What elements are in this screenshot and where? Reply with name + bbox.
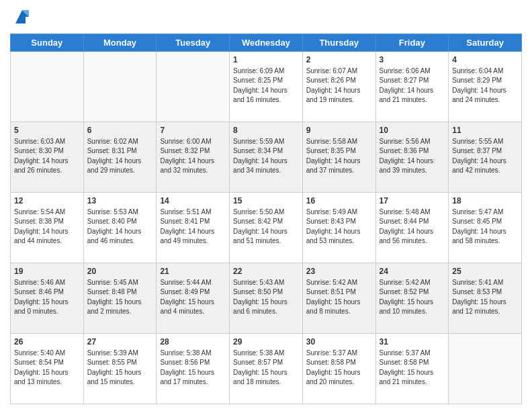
calendar-cell-3: 3Sunrise: 6:06 AM Sunset: 8:27 PM Daylig…: [375, 52, 449, 122]
day-number: 19: [14, 266, 80, 277]
calendar-cell-17: 17Sunrise: 5:48 AM Sunset: 8:44 PM Dayli…: [375, 193, 449, 263]
day-info: Sunrise: 5:58 AM Sunset: 8:35 PM Dayligh…: [306, 137, 372, 176]
day-number: 5: [14, 125, 80, 136]
day-number: 22: [233, 266, 299, 277]
day-number: 31: [380, 336, 445, 348]
weekday-header-thursday: Thursday: [302, 34, 375, 52]
calendar-cell-24: 24Sunrise: 5:42 AM Sunset: 8:52 PM Dayli…: [375, 263, 449, 334]
calendar-cell-25: 25Sunrise: 5:41 AM Sunset: 8:53 PM Dayli…: [449, 263, 522, 334]
day-number: 14: [160, 195, 226, 207]
day-info: Sunrise: 5:42 AM Sunset: 8:52 PM Dayligh…: [380, 278, 445, 317]
calendar-cell-empty: [449, 334, 522, 404]
calendar-cell-29: 29Sunrise: 5:38 AM Sunset: 8:57 PM Dayli…: [230, 334, 303, 404]
calendar-cell-4: 4Sunrise: 6:04 AM Sunset: 8:29 PM Daylig…: [449, 52, 522, 122]
day-number: 27: [87, 336, 153, 348]
day-number: 13: [87, 195, 153, 207]
day-info: Sunrise: 5:43 AM Sunset: 8:50 PM Dayligh…: [233, 278, 299, 317]
day-number: 25: [452, 266, 518, 277]
calendar-cell-9: 9Sunrise: 5:58 AM Sunset: 8:35 PM Daylig…: [302, 122, 375, 193]
day-info: Sunrise: 5:53 AM Sunset: 8:40 PM Dayligh…: [87, 208, 153, 246]
day-info: Sunrise: 5:49 AM Sunset: 8:43 PM Dayligh…: [306, 208, 372, 246]
calendar-cell-6: 6Sunrise: 6:02 AM Sunset: 8:31 PM Daylig…: [83, 122, 157, 193]
day-info: Sunrise: 5:50 AM Sunset: 8:42 PM Dayligh…: [233, 208, 299, 246]
calendar-cell-27: 27Sunrise: 5:39 AM Sunset: 8:55 PM Dayli…: [83, 334, 157, 404]
day-info: Sunrise: 5:42 AM Sunset: 8:51 PM Dayligh…: [306, 278, 372, 317]
day-info: Sunrise: 6:03 AM Sunset: 8:30 PM Dayligh…: [14, 137, 80, 176]
day-info: Sunrise: 5:38 AM Sunset: 8:56 PM Dayligh…: [160, 349, 226, 387]
calendar-cell-16: 16Sunrise: 5:49 AM Sunset: 8:43 PM Dayli…: [302, 193, 375, 263]
calendar-cell-14: 14Sunrise: 5:51 AM Sunset: 8:41 PM Dayli…: [157, 193, 230, 263]
day-number: 7: [160, 125, 226, 136]
weekday-header-friday: Friday: [375, 34, 449, 52]
day-number: 23: [306, 266, 372, 277]
weekday-header-monday: Monday: [83, 34, 157, 52]
calendar-cell-13: 13Sunrise: 5:53 AM Sunset: 8:40 PM Dayli…: [83, 193, 157, 263]
day-info: Sunrise: 6:00 AM Sunset: 8:32 PM Dayligh…: [160, 137, 226, 176]
calendar-cell-21: 21Sunrise: 5:44 AM Sunset: 8:49 PM Dayli…: [157, 263, 230, 334]
page: SundayMondayTuesdayWednesdayThursdayFrid…: [0, 0, 532, 411]
calendar-cell-23: 23Sunrise: 5:42 AM Sunset: 8:51 PM Dayli…: [302, 263, 375, 334]
calendar-table: SundayMondayTuesdayWednesdayThursdayFrid…: [10, 34, 522, 404]
day-number: 9: [306, 125, 372, 136]
day-number: 20: [87, 266, 153, 277]
day-info: Sunrise: 5:56 AM Sunset: 8:36 PM Dayligh…: [380, 137, 445, 176]
weekday-header-saturday: Saturday: [449, 34, 522, 52]
day-number: 4: [452, 54, 518, 66]
day-number: 18: [452, 195, 518, 207]
day-info: Sunrise: 6:04 AM Sunset: 8:29 PM Dayligh…: [452, 66, 518, 105]
day-number: 12: [14, 195, 80, 207]
day-info: Sunrise: 5:45 AM Sunset: 8:48 PM Dayligh…: [87, 278, 153, 317]
day-info: Sunrise: 5:37 AM Sunset: 8:58 PM Dayligh…: [380, 349, 445, 387]
day-info: Sunrise: 5:41 AM Sunset: 8:53 PM Dayligh…: [452, 278, 518, 317]
calendar-cell-19: 19Sunrise: 5:46 AM Sunset: 8:46 PM Dayli…: [11, 263, 84, 334]
day-number: 21: [160, 266, 226, 277]
day-info: Sunrise: 5:38 AM Sunset: 8:57 PM Dayligh…: [233, 349, 299, 387]
calendar-cell-18: 18Sunrise: 5:47 AM Sunset: 8:45 PM Dayli…: [449, 193, 522, 263]
day-number: 16: [306, 195, 372, 207]
day-info: Sunrise: 5:59 AM Sunset: 8:34 PM Dayligh…: [233, 137, 299, 176]
day-info: Sunrise: 5:54 AM Sunset: 8:38 PM Dayligh…: [14, 208, 80, 246]
weekday-header-tuesday: Tuesday: [157, 34, 230, 52]
day-number: 3: [380, 54, 445, 66]
day-number: 30: [306, 336, 372, 348]
calendar-cell-1: 1Sunrise: 6:09 AM Sunset: 8:25 PM Daylig…: [230, 52, 303, 122]
calendar-cell-10: 10Sunrise: 5:56 AM Sunset: 8:36 PM Dayli…: [375, 122, 449, 193]
calendar-cell-empty: [11, 52, 84, 122]
calendar-cell-20: 20Sunrise: 5:45 AM Sunset: 8:48 PM Dayli…: [83, 263, 157, 334]
day-info: Sunrise: 5:40 AM Sunset: 8:54 PM Dayligh…: [14, 349, 80, 387]
logo: [10, 7, 32, 30]
calendar-cell-15: 15Sunrise: 5:50 AM Sunset: 8:42 PM Dayli…: [230, 193, 303, 263]
day-number: 8: [233, 125, 299, 136]
day-info: Sunrise: 5:46 AM Sunset: 8:46 PM Dayligh…: [14, 278, 80, 317]
calendar-cell-31: 31Sunrise: 5:37 AM Sunset: 8:58 PM Dayli…: [375, 334, 449, 404]
calendar-cell-26: 26Sunrise: 5:40 AM Sunset: 8:54 PM Dayli…: [11, 334, 84, 404]
calendar-cell-5: 5Sunrise: 6:03 AM Sunset: 8:30 PM Daylig…: [11, 122, 84, 193]
day-info: Sunrise: 5:47 AM Sunset: 8:45 PM Dayligh…: [452, 208, 518, 246]
day-info: Sunrise: 5:51 AM Sunset: 8:41 PM Dayligh…: [160, 208, 226, 246]
day-info: Sunrise: 5:55 AM Sunset: 8:37 PM Dayligh…: [452, 137, 518, 176]
day-info: Sunrise: 5:37 AM Sunset: 8:58 PM Dayligh…: [306, 349, 372, 387]
day-number: 28: [160, 336, 226, 348]
weekday-header-wednesday: Wednesday: [230, 34, 303, 52]
day-number: 1: [233, 54, 299, 66]
day-info: Sunrise: 5:48 AM Sunset: 8:44 PM Dayligh…: [380, 208, 445, 246]
day-number: 15: [233, 195, 299, 207]
header: [10, 7, 522, 30]
day-number: 24: [380, 266, 445, 277]
day-info: Sunrise: 6:06 AM Sunset: 8:27 PM Dayligh…: [380, 66, 445, 105]
day-number: 6: [87, 125, 153, 136]
weekday-header-sunday: Sunday: [11, 34, 84, 52]
day-number: 29: [233, 336, 299, 348]
day-number: 10: [380, 125, 445, 136]
calendar-cell-2: 2Sunrise: 6:07 AM Sunset: 8:26 PM Daylig…: [302, 52, 375, 122]
calendar-cell-22: 22Sunrise: 5:43 AM Sunset: 8:50 PM Dayli…: [230, 263, 303, 334]
day-info: Sunrise: 6:09 AM Sunset: 8:25 PM Dayligh…: [233, 66, 299, 105]
day-number: 2: [306, 54, 372, 66]
day-number: 17: [380, 195, 445, 207]
calendar-cell-empty: [157, 52, 230, 122]
day-info: Sunrise: 6:02 AM Sunset: 8:31 PM Dayligh…: [87, 137, 153, 176]
calendar-cell-8: 8Sunrise: 5:59 AM Sunset: 8:34 PM Daylig…: [230, 122, 303, 193]
calendar-cell-empty: [83, 52, 157, 122]
calendar-cell-28: 28Sunrise: 5:38 AM Sunset: 8:56 PM Dayli…: [157, 334, 230, 404]
day-number: 26: [14, 336, 80, 348]
